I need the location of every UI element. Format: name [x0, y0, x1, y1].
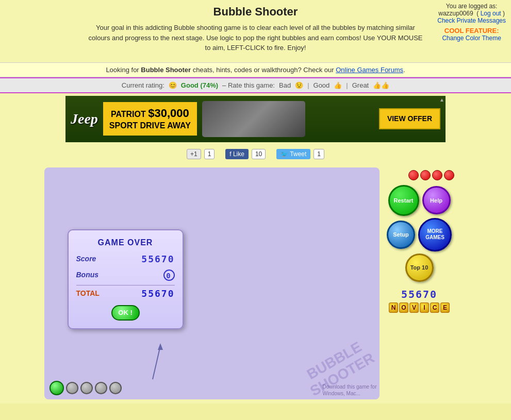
username: wazzup0069	[438, 10, 473, 17]
score-display-area: 55670	[401, 288, 437, 300]
novice-e: E	[440, 303, 450, 313]
game-sidebar: Restart Help Setup MORE GAMES Top 10 556…	[380, 167, 459, 399]
social-bar: +1 1 f Like 10 🐦 Tweet 1	[0, 145, 511, 163]
bonus-label: Bonus	[76, 271, 99, 279]
facebook-like-button[interactable]: f Like	[225, 149, 249, 159]
game-name-bold: Bubble Shooter	[141, 66, 191, 74]
top-buttons-row: Restart Help	[388, 185, 451, 216]
svg-marker-1	[158, 343, 163, 350]
logout-link[interactable]: Log out	[481, 10, 501, 17]
score-value: 55670	[141, 254, 174, 264]
red-circle-4	[444, 170, 454, 180]
middle-buttons-row: Setup MORE GAMES	[387, 218, 452, 251]
tweet-button[interactable]: 🐦 Tweet	[276, 149, 310, 159]
cheat-bar: Looking for Bubble Shooter cheats, hints…	[0, 62, 511, 77]
emoji-bad: 😟	[295, 81, 303, 89]
ball-gray-4	[109, 382, 122, 394]
sep2: |	[346, 81, 348, 89]
watermark-line1: BUBBLE	[300, 336, 369, 385]
novice-display: N O V I C E	[389, 303, 450, 313]
ball-gray-1	[66, 382, 78, 394]
bonus-value: 0	[163, 268, 175, 281]
ball-gray-3	[95, 382, 107, 394]
top-section: Bubble Shooter Your goal in this addicti…	[0, 0, 511, 62]
svg-line-0	[153, 346, 160, 379]
ok-button[interactable]: OK !	[111, 305, 140, 321]
ball-green	[50, 381, 64, 395]
jeep-headline2: $30,000	[148, 107, 189, 120]
jeep-logo: Jeep	[71, 111, 98, 127]
bonus-row: Bonus 0	[76, 268, 175, 281]
total-row: TOTAL 55670	[76, 288, 175, 299]
rating-emoji: 😊	[169, 81, 177, 89]
jeep-car-image	[202, 101, 305, 137]
game-description: Your goal in this addicting Bubble shoot…	[88, 23, 423, 53]
jeep-headline3: SPORT DRIVE AWAY	[109, 121, 191, 130]
fb-icon: f	[229, 150, 231, 158]
like-count: 10	[252, 149, 266, 159]
game-title: Bubble Shooter	[10, 5, 501, 19]
gplus-button[interactable]: +1	[187, 149, 201, 159]
good-rating-link[interactable]: Good	[314, 81, 330, 89]
tweet-count: 1	[314, 149, 324, 159]
red-circles-row	[408, 170, 457, 180]
jeep-headline1: PATRIOT	[111, 110, 146, 119]
change-theme-link[interactable]: Change Color Theme	[442, 35, 501, 42]
ad-banner: Jeep PATRIOT $30,000 SPORT DRIVE AWAY VI…	[65, 96, 446, 142]
bottom-buttons-row: Top 10	[405, 254, 434, 282]
game-canvas: GAME OVER Score 55670 Bonus 0 TOTAL 55	[44, 167, 380, 399]
game-over-title: GAME OVER	[76, 238, 175, 247]
game-section: GAME OVER Score 55670 Bonus 0 TOTAL 55	[0, 163, 511, 404]
emoji-good: 👍	[334, 81, 342, 89]
more-games-button[interactable]: MORE GAMES	[418, 218, 452, 251]
cheat-prefix: Looking for	[106, 66, 139, 74]
score-row: Score 55670	[76, 254, 175, 264]
gplus-count: 1	[204, 149, 215, 159]
novice-n: N	[389, 303, 398, 313]
cool-feature-label: COOL FEATURE:	[444, 27, 499, 35]
go-divider	[76, 285, 175, 285]
total-label: TOTAL	[76, 289, 100, 297]
cheat-suffix: cheats, hints, codes or walkthrough? Che…	[193, 66, 334, 74]
help-button[interactable]: Help	[422, 186, 451, 214]
red-circle-1	[408, 170, 419, 180]
novice-o: O	[399, 303, 408, 313]
arrow-area	[137, 341, 168, 384]
novice-i: I	[420, 303, 429, 313]
game-over-panel: GAME OVER Score 55670 Bonus 0 TOTAL 55	[68, 229, 184, 329]
view-offer-button[interactable]: VIEW OFFER	[379, 108, 440, 129]
bottom-balls	[50, 381, 122, 395]
sep1: |	[307, 81, 309, 89]
top10-button[interactable]: Top 10	[405, 254, 434, 282]
red-circle-3	[432, 170, 442, 180]
ad-wrapper: Jeep PATRIOT $30,000 SPORT DRIVE AWAY VI…	[0, 93, 511, 145]
ball-gray-2	[80, 382, 93, 394]
rate-label: – Rate this game:	[222, 81, 275, 89]
red-circle-2	[420, 170, 431, 180]
private-messages-link[interactable]: Check Private Messages	[437, 17, 506, 24]
forum-link[interactable]: Online Games Forums	[336, 66, 403, 74]
score-label: Score	[76, 255, 96, 263]
great-rating-link[interactable]: Great	[352, 81, 369, 89]
current-rating-label: Current rating:	[122, 81, 164, 89]
username-row: wazzup0069 ( Log out )	[437, 10, 506, 17]
cheat-period: .	[403, 66, 405, 74]
score-digits: 55670	[401, 288, 437, 300]
total-value: 55670	[141, 288, 174, 299]
bad-rating-link[interactable]: Bad	[279, 81, 291, 89]
emoji-great: 👍👍	[373, 81, 389, 89]
jeep-ad-text: PATRIOT $30,000 SPORT DRIVE AWAY	[103, 102, 197, 136]
logged-as-label: You are logged as:	[437, 3, 506, 10]
ad-corner-icon: ▲	[439, 97, 444, 103]
setup-button[interactable]: Setup	[387, 221, 415, 249]
restart-button[interactable]: Restart	[388, 185, 419, 216]
twitter-icon: 🐦	[281, 150, 288, 158]
download-text: Download this game forWindows, Mac...	[322, 383, 376, 397]
shooter-arrow	[137, 341, 168, 382]
novice-c: C	[430, 303, 439, 313]
game-container: GAME OVER Score 55670 Bonus 0 TOTAL 55	[44, 167, 467, 399]
current-rating-value: Good (74%)	[181, 81, 218, 89]
rating-bar: Current rating: 😊 Good (74%) – Rate this…	[0, 77, 511, 93]
novice-v: V	[409, 303, 419, 313]
user-info-panel: You are logged as: wazzup0069 ( Log out …	[437, 3, 506, 42]
